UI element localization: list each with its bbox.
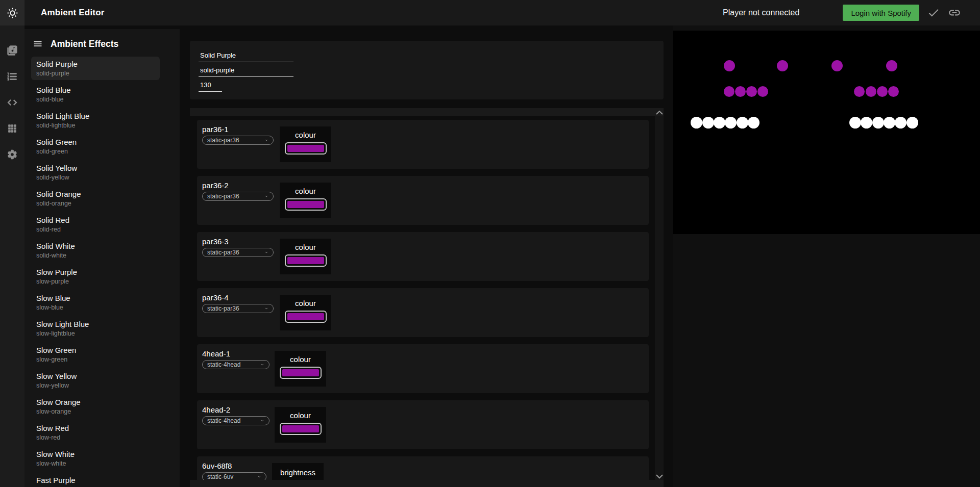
device-control-panel: colour (280, 295, 331, 330)
effect-list-item[interactable]: Solid Redsolid-red (31, 213, 160, 236)
effect-number-input[interactable] (199, 81, 222, 92)
device-mode-select[interactable]: static-4head (202, 360, 270, 369)
colour-swatch[interactable] (280, 367, 322, 379)
effect-slug: slow-red (36, 433, 155, 442)
effect-list-item[interactable]: Slow Redslow-red (31, 421, 160, 444)
effect-list-item[interactable]: Solid Yellowsolid-yellow (31, 161, 160, 184)
check-icon[interactable] (927, 6, 940, 19)
control-label: brightness (280, 468, 315, 477)
device-section: par36-1static-par36colour (197, 120, 649, 169)
chevron-down-icon[interactable] (655, 473, 664, 479)
device-mode-select[interactable]: static-par36 (202, 248, 274, 257)
settings-icon[interactable] (6, 148, 18, 161)
effect-slug: solid-yellow (36, 173, 155, 182)
link-icon[interactable] (948, 6, 961, 19)
effect-list-item[interactable]: Solid Purplesolid-purple (31, 57, 160, 80)
device-mode-select[interactable]: static-4head (202, 416, 270, 425)
effect-list-item[interactable]: Slow Light Blueslow-lightblue (31, 317, 160, 340)
chevron-down-icon (264, 194, 269, 198)
effect-title: Fast Purple (36, 475, 155, 485)
device-mode-value: static-par36 (207, 248, 239, 257)
fixture-light (886, 60, 897, 71)
control-label: colour (295, 243, 316, 252)
swatch-fill (287, 145, 324, 152)
effect-title: Slow Yellow (36, 371, 155, 381)
device-mode-value: static-par36 (207, 136, 239, 144)
fixture-light (777, 60, 788, 71)
editor-main: par36-1static-par36colourpar36-2static-p… (180, 25, 673, 487)
effect-list-item[interactable]: Solid Bluesolid-blue (31, 83, 160, 106)
device-mode-select[interactable]: static-par36 (202, 304, 274, 313)
fixture-light (737, 117, 748, 129)
effect-list-item[interactable]: Slow Yellowslow-yellow (31, 369, 160, 392)
effect-slug: slow-white (36, 459, 155, 468)
colour-swatch[interactable] (280, 423, 322, 435)
effect-list-item[interactable]: Slow Blueslow-blue (31, 291, 160, 314)
chevron-down-icon (264, 306, 269, 311)
chevron-down-icon (257, 475, 262, 479)
effect-list-item[interactable]: Solid Greensolid-green (31, 135, 160, 158)
swatch-fill (287, 313, 324, 320)
effect-title: Solid White (36, 241, 155, 251)
fixture-light (724, 60, 735, 71)
fixture-light (854, 86, 865, 97)
effects-sidebar: Ambient Effects Solid Purplesolid-purple… (24, 29, 180, 487)
light-preview-stage (673, 31, 980, 234)
code-icon[interactable] (6, 96, 18, 109)
device-section: 4head-1static-4headcolour (197, 344, 649, 393)
fixture-light (746, 86, 757, 97)
device-name: 4head-1 (202, 350, 649, 358)
swatch-fill (282, 425, 319, 432)
fixture-light (724, 86, 734, 97)
library-music-icon[interactable] (6, 44, 18, 57)
device-name: par36-4 (202, 294, 649, 302)
brightness-icon[interactable] (0, 0, 24, 25)
effect-list-item[interactable]: Solid Light Bluesolid-lightblue (31, 109, 160, 132)
device-mode-select[interactable]: static-par36 (202, 136, 274, 145)
colour-swatch[interactable] (285, 311, 327, 323)
chevron-down-icon (260, 363, 265, 367)
effect-title: Slow White (36, 449, 155, 459)
chevron-up-icon[interactable] (655, 109, 664, 115)
effect-title: Slow Purple (36, 267, 155, 277)
fixture-light (691, 117, 702, 129)
device-mode-select[interactable]: static-par36 (202, 192, 274, 201)
effect-id-input[interactable] (199, 66, 293, 77)
effect-title: Slow Red (36, 423, 155, 433)
effect-list-item[interactable]: Slow Whiteslow-white (31, 447, 160, 470)
colour-swatch[interactable] (285, 254, 327, 267)
colour-swatch[interactable] (285, 142, 327, 155)
effect-list-item[interactable]: Fast Purple (31, 473, 160, 487)
fixture-light (831, 60, 843, 71)
effect-list: Solid Purplesolid-purpleSolid Bluesolid-… (24, 57, 180, 487)
fixture-light (702, 117, 714, 129)
device-mode-value: static-par36 (207, 192, 239, 200)
colour-swatch[interactable] (285, 198, 327, 211)
effect-slug: slow-purple (36, 277, 155, 286)
fixture-light (861, 117, 872, 129)
effect-list-item[interactable]: Slow Greenslow-green (31, 343, 160, 366)
device-scrollbar-track[interactable] (655, 108, 664, 487)
effect-slug: solid-orange (36, 199, 155, 208)
app-title: Ambient Editor (41, 8, 105, 18)
fixture-light (725, 117, 737, 129)
effect-title: Slow Orange (36, 397, 155, 407)
spotify-login-button[interactable]: Login with Spotify (843, 5, 919, 21)
effect-title: Solid Purple (36, 59, 155, 69)
effect-slug: slow-orange (36, 407, 155, 416)
menu-icon[interactable] (33, 39, 43, 49)
effect-list-item[interactable]: Solid Whitesolid-white (31, 239, 160, 262)
effect-title: Solid Yellow (36, 163, 155, 173)
effect-name-input[interactable] (199, 51, 293, 62)
numbered-list-icon[interactable] (6, 70, 18, 83)
effect-list-item[interactable]: Slow Purpleslow-purple (31, 265, 160, 288)
effect-list-item[interactable]: Slow Orangeslow-orange (31, 395, 160, 418)
apps-grid-icon[interactable] (6, 122, 18, 135)
effect-title: Solid Light Blue (36, 111, 155, 121)
effect-title: Solid Orange (36, 189, 155, 199)
effect-slug: solid-purple (36, 69, 155, 78)
effect-title: Solid Red (36, 215, 155, 225)
effect-list-item[interactable]: Solid Orangesolid-orange (31, 187, 160, 210)
swatch-fill (287, 257, 324, 264)
device-control-panel: colour (275, 351, 326, 387)
